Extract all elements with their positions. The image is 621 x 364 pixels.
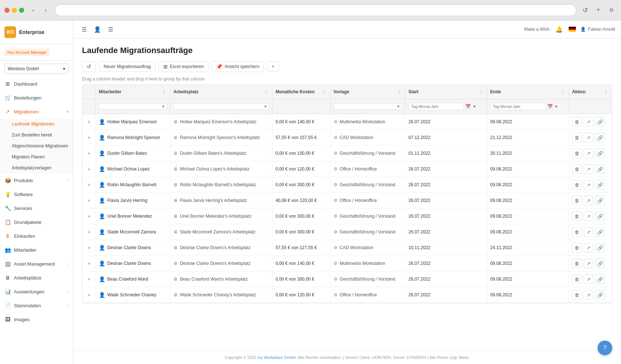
expand-button[interactable]: + xyxy=(85,260,93,266)
forward-button[interactable]: › xyxy=(40,5,51,16)
expand-button[interactable]: + xyxy=(85,150,93,156)
calendar-icon-ende[interactable]: 📅 xyxy=(547,104,553,109)
link-button[interactable]: 🔗 xyxy=(595,274,605,284)
open-button[interactable]: ↗ xyxy=(584,133,593,142)
user-view-button[interactable]: 👤 xyxy=(92,24,103,34)
filter-icon-vorlage[interactable]: ▼ xyxy=(397,104,401,109)
open-button[interactable]: ↗ xyxy=(584,290,593,300)
expand-button[interactable]: + xyxy=(85,229,93,235)
sidebar-sub-laufende[interactable]: Laufende Migrationen xyxy=(0,119,73,130)
link-button[interactable]: 🔗 xyxy=(595,117,605,127)
make-a-wish-link[interactable]: Make a Wish xyxy=(524,27,550,32)
delete-button[interactable]: 🗑 xyxy=(572,133,581,142)
client-dropdown[interactable]: Wontoso GmbH ▾ xyxy=(4,64,68,74)
delete-button[interactable]: 🗑 xyxy=(572,274,581,284)
client-selector[interactable]: Wontoso GmbH ▾ xyxy=(0,61,73,77)
back-button[interactable]: ‹ xyxy=(28,5,39,16)
minimize-traffic-light[interactable] xyxy=(12,8,17,13)
expand-button[interactable]: + xyxy=(85,182,93,188)
company-link[interactable]: my Workplace GmbH xyxy=(257,355,295,360)
sidebar-item-migrationen[interactable]: ↗ Migrationen ▾ xyxy=(0,105,73,119)
sidebar-item-stammdaten[interactable]: 📄 Stammdaten › xyxy=(0,299,73,312)
col-menu-mitarbeiter[interactable]: ⋮ xyxy=(161,89,167,95)
delete-button[interactable]: 🗑 xyxy=(572,211,581,221)
link-button[interactable]: 🔗 xyxy=(595,149,605,158)
list-view-button[interactable]: ☰ xyxy=(105,24,116,34)
delete-button[interactable]: 🗑 xyxy=(572,149,581,158)
expand-button[interactable]: + xyxy=(85,276,93,282)
delete-button[interactable]: 🗑 xyxy=(572,117,581,127)
sidebar-item-dashboard[interactable]: ⊞ Dashboard xyxy=(0,77,73,91)
arbeitsplatz-filter-input[interactable] xyxy=(175,104,262,109)
open-button[interactable]: ↗ xyxy=(584,117,593,127)
expand-button[interactable]: + xyxy=(85,135,93,140)
sidebar-item-produkte[interactable]: 📦 Produkte › xyxy=(0,173,73,187)
delete-button[interactable]: 🗑 xyxy=(572,290,581,300)
sidebar-item-arbeitsplaetze[interactable]: 🖥 Arbeitsplätze xyxy=(0,271,73,285)
sidebar-item-asset-mgmt[interactable]: 🏢 Asset Management › xyxy=(0,257,73,271)
col-menu-start[interactable]: ⋮ xyxy=(478,89,484,95)
col-menu-aktion[interactable]: ⋮ xyxy=(603,89,609,95)
link-button[interactable]: 🔗 xyxy=(595,227,605,237)
delete-button[interactable]: 🗑 xyxy=(572,259,581,268)
maximize-traffic-light[interactable] xyxy=(19,8,24,13)
link-button[interactable]: 🔗 xyxy=(595,196,605,205)
ende-date-input[interactable] xyxy=(490,103,546,110)
user-info[interactable]: 👤 Fabian Arnold xyxy=(580,27,615,32)
calendar-icon-start[interactable]: 📅 xyxy=(465,104,471,109)
delete-button[interactable]: 🗑 xyxy=(572,243,581,252)
sidebar-sub-bestellen[interactable]: Zum Bestellen bereit xyxy=(0,130,73,140)
delete-button[interactable]: 🗑 xyxy=(572,196,581,205)
menu-toggle-button[interactable]: ☰ xyxy=(79,24,89,34)
address-bar[interactable] xyxy=(55,4,576,16)
sidebar-item-grundpakete[interactable]: 📋 Grundpakete xyxy=(0,215,73,229)
expand-button[interactable]: + xyxy=(85,166,93,172)
refresh-button[interactable]: ↺ xyxy=(82,61,96,72)
link-button[interactable]: 🔗 xyxy=(595,180,605,189)
filter-icon-start[interactable]: ▼ xyxy=(472,104,476,109)
help-fab-button[interactable]: ? xyxy=(598,341,612,355)
vorlage-filter-input[interactable] xyxy=(335,104,395,109)
close-traffic-light[interactable] xyxy=(4,8,10,13)
link-button[interactable]: 🔗 xyxy=(595,164,605,174)
link-button[interactable]: 🔗 xyxy=(595,259,605,268)
new-tab-button[interactable]: + xyxy=(593,5,603,15)
mitarbeiter-filter-input[interactable] xyxy=(101,104,160,109)
delete-button[interactable]: 🗑 xyxy=(572,227,581,237)
filter-icon-ende[interactable]: ▼ xyxy=(554,104,558,109)
col-menu-arbeitsplatz[interactable]: ⋮ xyxy=(263,89,269,95)
expand-button[interactable]: + xyxy=(85,245,93,251)
open-button[interactable]: ↗ xyxy=(584,227,593,237)
expand-button[interactable]: + xyxy=(85,198,93,203)
open-button[interactable]: ↗ xyxy=(584,149,593,158)
sidebar-item-auswertungen[interactable]: 📊 Auswertungen › xyxy=(0,285,73,299)
expand-button[interactable]: + xyxy=(85,213,93,219)
sidebar-item-services[interactable]: 🔧 Services xyxy=(0,201,73,215)
refresh-browser-button[interactable]: ↺ xyxy=(580,5,590,15)
sidebar-item-einkaufen[interactable]: $ Einkaufen xyxy=(0,229,73,243)
delete-button[interactable]: 🗑 xyxy=(572,164,581,174)
open-button[interactable]: ↗ xyxy=(584,274,593,284)
filter-icon-arbeitsplatz[interactable]: ▼ xyxy=(264,104,268,109)
start-date-input[interactable] xyxy=(408,103,464,110)
add-column-button[interactable]: + xyxy=(267,61,279,72)
new-migration-button[interactable]: Neuer Migrationsauftrag xyxy=(99,61,156,72)
sidebar-item-bestellungen[interactable]: 🛒 Bestellungen xyxy=(0,91,73,105)
link-button[interactable]: 🔗 xyxy=(595,290,605,300)
sidebar-sub-planen[interactable]: Migration Planen xyxy=(0,151,73,162)
link-button[interactable]: 🔗 xyxy=(595,243,605,252)
language-flag[interactable] xyxy=(569,27,576,32)
link-button[interactable]: 🔗 xyxy=(595,211,605,221)
expand-button[interactable]: + xyxy=(85,119,93,125)
expand-button[interactable]: + xyxy=(85,292,93,298)
sidebar-sub-abgeschlossen[interactable]: Abgeschlossene Migrationen xyxy=(0,140,73,151)
col-menu-vorlage[interactable]: ⋮ xyxy=(396,89,402,95)
open-button[interactable]: ↗ xyxy=(584,196,593,205)
col-menu-ende[interactable]: ⋮ xyxy=(560,89,566,95)
sidebar-item-images[interactable]: 🖼 Images xyxy=(0,312,73,326)
save-view-button[interactable]: 📌 Ansicht speichern xyxy=(211,61,264,72)
delete-button[interactable]: 🗑 xyxy=(572,180,581,189)
open-button[interactable]: ↗ xyxy=(584,259,593,268)
open-button[interactable]: ↗ xyxy=(584,211,593,221)
col-menu-kosten[interactable]: ⋮ xyxy=(321,89,327,95)
